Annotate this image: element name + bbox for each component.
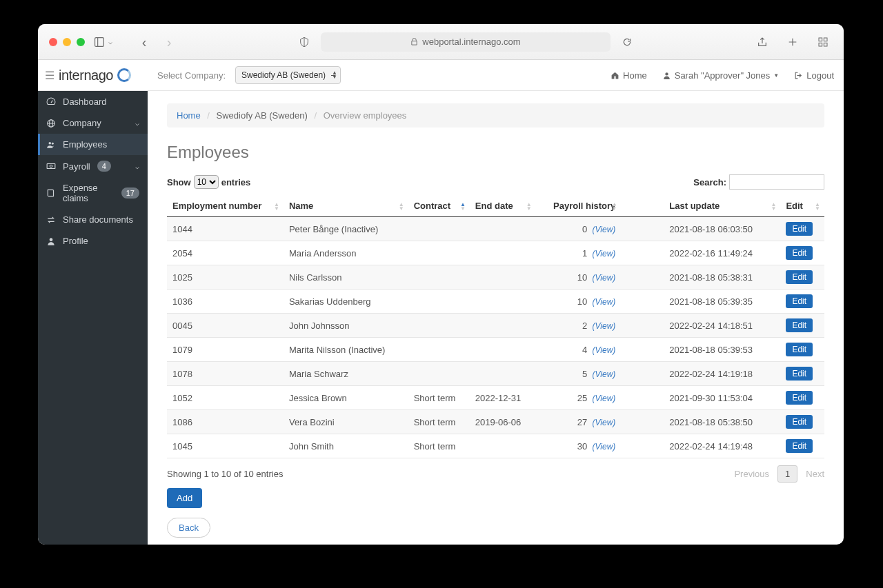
close-window-button[interactable] xyxy=(49,38,57,46)
cell-contract xyxy=(408,265,470,290)
view-link[interactable]: (View) xyxy=(593,418,616,427)
th-name[interactable]: Name▲▼ xyxy=(284,195,408,217)
user-menu[interactable]: Sarah "Approver" Jones ▼ xyxy=(662,70,780,81)
employees-table: Employment number▲▼ Name▲▼ Contract▲▼ En… xyxy=(167,195,824,458)
view-link[interactable]: (View) xyxy=(593,321,616,331)
tachometer-icon xyxy=(46,97,56,107)
url-bar[interactable]: webportal.internago.com xyxy=(321,32,611,52)
back-button-page[interactable]: Back xyxy=(167,518,210,538)
sidebar-item-label: Employees xyxy=(63,139,107,150)
cell-name: Marita Nilsson (Inactive) xyxy=(284,338,408,362)
logout-link[interactable]: Logout xyxy=(794,70,834,81)
sidebar-item-expense-claims[interactable]: Expense claims17 xyxy=(38,177,148,209)
nav-badge: 17 xyxy=(121,187,139,199)
company-select[interactable]: Swediofy AB (Sweden) xyxy=(235,66,341,84)
edit-button[interactable]: Edit xyxy=(786,343,813,356)
cell-end-date xyxy=(470,314,536,338)
back-button[interactable]: ‹ xyxy=(135,34,154,50)
sidebar-item-label: Company xyxy=(63,118,101,128)
svg-rect-6 xyxy=(824,43,827,46)
view-link[interactable]: (View) xyxy=(593,369,616,379)
sidebar-item-label: Profile xyxy=(63,236,88,246)
sidebar-item-employees[interactable]: Employees xyxy=(38,134,148,155)
cell-emp-no: 1036 xyxy=(167,290,284,314)
cell-payroll: 2 (View) xyxy=(536,314,622,338)
cell-edit: Edit xyxy=(780,314,824,338)
cell-contract: Short term xyxy=(408,386,470,410)
cell-contract xyxy=(408,362,470,386)
cell-last-update: 2022-02-24 14:19:18 xyxy=(621,362,780,386)
view-link[interactable]: (View) xyxy=(593,394,616,403)
th-last-update[interactable]: Last update▲▼ xyxy=(621,195,780,217)
breadcrumb-home[interactable]: Home xyxy=(177,110,201,121)
cell-end-date xyxy=(470,338,536,362)
cell-contract xyxy=(408,314,470,338)
cell-emp-no: 1044 xyxy=(167,217,284,241)
sidebar-item-share-documents[interactable]: Share documents xyxy=(38,209,148,230)
chevron-down-icon: ⌵ xyxy=(135,119,139,127)
logo-text: internago xyxy=(59,68,113,83)
cell-edit: Edit xyxy=(780,362,824,386)
show-label-pre: Show xyxy=(167,177,191,187)
view-link[interactable]: (View) xyxy=(593,345,616,355)
edit-button[interactable]: Edit xyxy=(786,439,813,453)
view-link[interactable]: (View) xyxy=(593,442,616,452)
view-link[interactable]: (View) xyxy=(593,249,616,258)
prev-page-button[interactable]: Previous xyxy=(734,469,769,479)
forward-button[interactable]: › xyxy=(159,34,179,50)
edit-button[interactable]: Edit xyxy=(786,415,813,429)
refresh-button[interactable] xyxy=(617,34,637,50)
sidebar-toggle-button[interactable]: ☰ xyxy=(45,69,54,82)
edit-button[interactable]: Edit xyxy=(786,246,813,260)
new-tab-button[interactable] xyxy=(783,34,802,50)
sidebar-item-company[interactable]: Company⌵ xyxy=(38,112,148,134)
maximize-window-button[interactable] xyxy=(77,38,85,46)
edit-button[interactable]: Edit xyxy=(786,318,813,332)
cell-contract: Short term xyxy=(408,434,470,458)
cell-payroll: 1 (View) xyxy=(536,241,622,265)
edit-button[interactable]: Edit xyxy=(786,294,813,308)
th-contract[interactable]: Contract▲▼ xyxy=(408,195,470,217)
view-link[interactable]: (View) xyxy=(593,273,616,283)
cell-edit: Edit xyxy=(780,386,824,410)
th-emp-no[interactable]: Employment number▲▼ xyxy=(167,195,284,217)
edit-button[interactable]: Edit xyxy=(786,367,813,381)
share-button[interactable] xyxy=(753,34,772,50)
next-page-button[interactable]: Next xyxy=(806,469,824,479)
shield-icon[interactable] xyxy=(295,34,314,50)
edit-button[interactable]: Edit xyxy=(786,222,813,236)
search-label: Search: xyxy=(693,177,726,187)
page-1-button[interactable]: 1 xyxy=(777,465,797,483)
view-link[interactable]: (View) xyxy=(593,297,616,307)
minimize-window-button[interactable] xyxy=(63,38,71,46)
th-end-date[interactable]: End date▲▼ xyxy=(470,195,536,217)
svg-point-12 xyxy=(52,142,54,144)
table-row: 0045John Johnsson2 (View)2022-02-24 14:1… xyxy=(167,314,824,338)
breadcrumb: Home / Swediofy AB (Sweden) / Overview e… xyxy=(167,103,824,128)
table-info: Showing 1 to 10 of 10 entries xyxy=(167,469,283,479)
add-button[interactable]: Add xyxy=(167,488,202,508)
th-payroll[interactable]: Payroll history▲▼ xyxy=(536,195,622,217)
cell-name: Sakarias Uddenberg xyxy=(284,290,408,314)
home-link[interactable]: Home xyxy=(611,70,647,81)
cell-last-update: 2022-02-16 11:49:24 xyxy=(621,241,780,265)
sidebar-item-dashboard[interactable]: Dashboard xyxy=(38,91,148,112)
edit-button[interactable]: Edit xyxy=(786,391,813,405)
view-link[interactable]: (View) xyxy=(593,225,616,234)
sidebar-item-payroll[interactable]: Payroll4⌵ xyxy=(38,155,148,177)
svg-point-15 xyxy=(50,238,53,241)
sidebar-item-profile[interactable]: Profile xyxy=(38,230,148,252)
cell-name: Maria Schwarz xyxy=(284,362,408,386)
svg-rect-3 xyxy=(819,38,822,41)
search-input[interactable] xyxy=(729,174,824,190)
entries-select[interactable]: 10 xyxy=(194,175,219,189)
tabs-button[interactable] xyxy=(813,34,833,50)
th-edit[interactable]: Edit▲▼ xyxy=(780,195,824,217)
table-row: 1086Vera BoziniShort term2019-06-0627 (V… xyxy=(167,410,824,434)
edit-button[interactable]: Edit xyxy=(786,270,813,284)
sidebar: DashboardCompany⌵EmployeesPayroll4⌵Expen… xyxy=(38,91,148,545)
svg-rect-4 xyxy=(824,38,827,41)
book-icon xyxy=(46,188,56,198)
safari-sidebar-button[interactable]: ⌵ xyxy=(93,34,112,50)
cell-contract xyxy=(408,338,470,362)
